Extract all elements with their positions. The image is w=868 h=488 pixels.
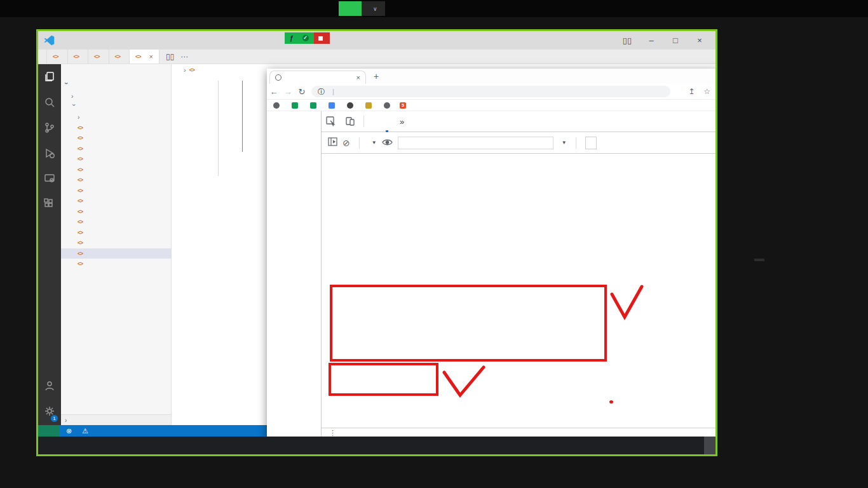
annotation-checkmark-1 (607, 283, 645, 322)
explorer-file-images[interactable]: › (61, 112, 171, 123)
globe-icon (347, 102, 353, 109)
back-icon[interactable]: ← (267, 87, 281, 97)
extensions-icon[interactable] (38, 191, 61, 217)
html-file-icon: <> (78, 177, 83, 183)
html-file-icon: <> (78, 208, 83, 215)
explorer-file-test-html[interactable]: <> (61, 259, 171, 269)
bookmark-star-icon[interactable]: ☆ (703, 87, 710, 96)
bookmark-item[interactable]: 5 (400, 102, 409, 109)
explorer-file-Step01_dataType7-html[interactable]: <> (61, 248, 171, 259)
inspect-element-icon[interactable] (322, 116, 341, 126)
console-filter-input[interactable] (398, 137, 553, 149)
drawer-menu-icon[interactable]: ⋮ (329, 428, 336, 437)
explorer-file-Step01_dataType3-html[interactable]: <> (61, 207, 171, 217)
forward-icon[interactable]: → (281, 87, 295, 97)
html-file-icon: <> (78, 146, 83, 152)
explorer-file-hello5-html[interactable]: <> (61, 165, 171, 175)
settings-gear-icon[interactable]: 1 (38, 398, 61, 424)
minimize-button[interactable]: – (639, 36, 663, 45)
taskbar-clock[interactable] (704, 437, 715, 454)
explorer-file-html[interactable]: › (61, 91, 171, 102)
shield-check-icon: ✓ (302, 35, 309, 41)
share-icon[interactable]: ↥ (688, 87, 695, 96)
issues-counter[interactable] (585, 137, 597, 149)
tab-close-icon[interactable]: × (356, 74, 360, 81)
explorer-file-hello2-html[interactable]: <> (61, 133, 171, 144)
console-sidebar-icon[interactable] (328, 137, 337, 148)
bookmark-item[interactable] (273, 102, 282, 109)
more-actions-icon[interactable]: ··· (180, 52, 188, 61)
vscode-tab[interactable] (38, 50, 47, 64)
dropdown-arrow-icon: ▼ (562, 140, 567, 146)
explorer-file-hello-html[interactable]: <> (61, 123, 171, 133)
restore-button[interactable]: □ (663, 36, 688, 45)
vscode-logo-icon (44, 35, 55, 46)
annotation-dot (609, 400, 613, 403)
eye-icon[interactable] (382, 138, 393, 148)
explorer-file-quiz-html[interactable]: <> (61, 175, 171, 186)
remote-explorer-icon[interactable] (38, 166, 61, 191)
stop-share-button[interactable] (314, 32, 330, 44)
explorer-file-Step01_dataType-html[interactable]: <> (61, 186, 171, 196)
devtools-tabbar: » (322, 111, 717, 132)
context-selector[interactable]: ▼ (369, 140, 377, 146)
globe-favicon-icon (275, 74, 281, 81)
mic-icon: ƒ (290, 35, 294, 42)
address-bar[interactable]: ⓘ | (311, 86, 670, 97)
explorer-file-Step01_dataType5-html[interactable]: <> (61, 227, 171, 238)
chevron-right-icon: › (78, 114, 83, 121)
more-tabs-icon[interactable]: » (393, 117, 410, 126)
chrome-tab[interactable]: × (269, 71, 366, 84)
bookmark-item[interactable] (310, 102, 319, 109)
annotation-box-b (329, 363, 438, 396)
outline-section[interactable]: › (61, 414, 171, 425)
annotation-checkmark-2 (440, 363, 487, 400)
tab-close-icon[interactable]: × (149, 53, 153, 60)
html-file-icon: <> (189, 67, 194, 73)
vscode-tab[interactable]: <> (68, 50, 89, 64)
html-file-icon: <> (78, 156, 83, 162)
clear-console-icon[interactable]: ⊘ (342, 138, 350, 148)
explorer-root-folder[interactable]: › (61, 78, 171, 91)
devtools-tab-console[interactable] (381, 111, 393, 132)
vscode-tab[interactable]: <>× (130, 50, 159, 64)
info-icon[interactable]: ⓘ (318, 87, 325, 97)
split-editor-icon[interactable]: ▯▯ (166, 52, 174, 61)
html-file-icon: <> (78, 240, 83, 246)
explorer-file-hello4-html[interactable]: <> (61, 154, 171, 165)
search-icon[interactable] (38, 90, 61, 115)
html-file-icon: <> (78, 219, 83, 225)
reload-icon[interactable]: ↻ (295, 87, 309, 97)
explorer-file-javascript[interactable]: › (61, 102, 171, 112)
layout-toggle-icon[interactable]: ▯▯ (615, 36, 639, 45)
bookmark-item[interactable] (384, 102, 390, 109)
vscode-tab[interactable]: <> (47, 50, 68, 64)
explorer-icon[interactable] (38, 64, 61, 90)
account-icon[interactable] (38, 373, 61, 398)
bookmark-item[interactable] (365, 102, 374, 109)
explorer-file-hello3-html[interactable]: <> (61, 144, 171, 154)
explorer-file-Step01_dataType4-html[interactable]: <> (61, 217, 171, 227)
stop-icon (318, 36, 323, 41)
new-tab-button[interactable]: + (374, 71, 379, 81)
remote-indicator[interactable] (38, 425, 60, 437)
log-levels-selector[interactable]: ▼ (559, 140, 567, 146)
html-file-icon: <> (115, 53, 121, 60)
bookmark-item[interactable] (292, 102, 301, 109)
bookmark-item[interactable] (329, 102, 337, 109)
source-control-icon[interactable] (38, 115, 61, 140)
vscode-tab[interactable]: <> (88, 50, 109, 64)
vscode-tab[interactable]: <> (109, 50, 130, 64)
run-debug-icon[interactable] (38, 140, 61, 166)
explorer-file-Step01_dataType6-html[interactable]: <> (61, 238, 171, 248)
view-options-button[interactable]: ∨ (362, 1, 385, 16)
problems-status[interactable]: ⊗ ⚠ (66, 427, 93, 435)
explorer-file-Step01_dataType2-html[interactable]: <> (61, 196, 171, 207)
html5-icon: 5 (400, 102, 406, 109)
close-button[interactable]: × (688, 36, 712, 45)
device-toolbar-icon[interactable] (341, 116, 360, 126)
devtools-tab-elements[interactable] (368, 111, 381, 132)
screen: ∨ ƒ ✓ (0, 0, 868, 488)
bookmark-item[interactable] (347, 102, 356, 109)
participant-name-badge (754, 259, 764, 261)
